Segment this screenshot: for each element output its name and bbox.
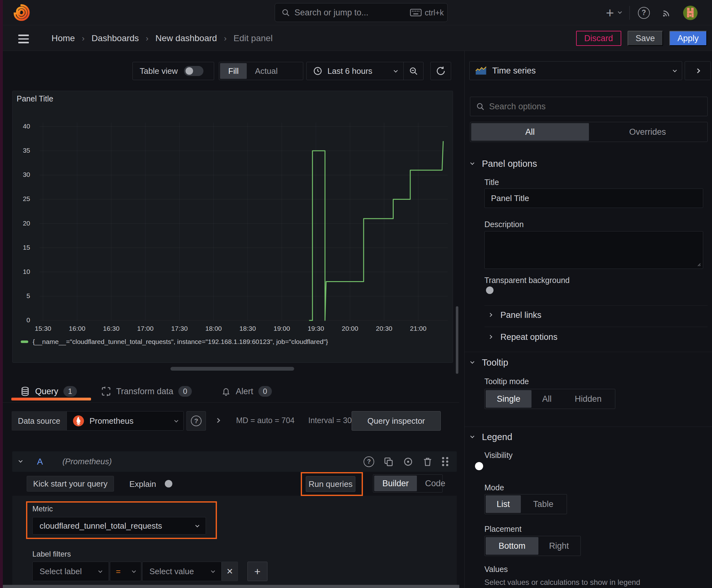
actual-option[interactable]: Actual [247, 63, 286, 79]
x-tick-label: 16:30 [94, 325, 128, 332]
tab-overrides[interactable]: Overrides [589, 123, 707, 141]
chevron-right-icon [488, 313, 492, 317]
options-search-input[interactable] [489, 102, 702, 111]
edit-actions: Discard Save Apply [576, 31, 712, 46]
drag-grip-icon[interactable] [442, 457, 444, 459]
bell-icon [221, 387, 231, 396]
prometheus-icon [72, 415, 84, 427]
tab-transform-data[interactable]: Transform data 0 [101, 381, 192, 402]
builder-option[interactable]: Builder [374, 476, 417, 491]
section-chevron-down-icon [470, 161, 474, 165]
max-data-points[interactable]: MD = auto = 704 [236, 416, 295, 425]
add-icon[interactable]: + [606, 5, 614, 21]
zoom-out-button[interactable] [404, 62, 423, 80]
tab-all[interactable]: All [471, 123, 589, 141]
x-tick-label: 19:00 [265, 325, 299, 332]
label-filters-label: Label filters [33, 550, 71, 559]
breadcrumb-dashboards[interactable]: Dashboards [91, 33, 139, 43]
add-filter-button[interactable]: + [247, 562, 267, 581]
section-chevron-down-icon [470, 360, 474, 364]
chevron-right-icon [488, 335, 492, 339]
global-search[interactable]: ctrl+k [275, 3, 448, 22]
collapse-pane-button[interactable] [685, 61, 711, 80]
panel-resize-handle[interactable] [170, 367, 294, 371]
datasource-picker[interactable]: Prometheus [67, 411, 184, 430]
query-collapse-chevron-down-icon[interactable] [19, 459, 23, 463]
query-options-chevron-right-icon[interactable] [215, 418, 220, 423]
repeat-options-section[interactable]: Repeat options [489, 332, 558, 342]
chart-panel[interactable]: Panel Title 0510152025303540 15:3016:001… [12, 91, 453, 363]
panel-options-header[interactable]: Panel options [471, 159, 537, 169]
save-button[interactable]: Save [628, 31, 663, 46]
fill-option[interactable]: Fill [220, 63, 247, 79]
legend-table-option[interactable]: Table [521, 495, 566, 513]
refresh-button[interactable] [430, 62, 451, 80]
duplicate-icon[interactable] [384, 457, 394, 467]
select-label-dropdown[interactable]: Select label [33, 562, 109, 581]
hide-response-eye-icon[interactable] [403, 457, 413, 467]
top-bar: ctrl+k + ? [0, 0, 712, 25]
select-value-dropdown[interactable]: Select value [142, 562, 222, 581]
panel-title-field[interactable] [484, 188, 703, 208]
discard-button[interactable]: Discard [576, 31, 621, 46]
grafana-logo-icon[interactable] [13, 4, 30, 21]
legend-header[interactable]: Legend [471, 432, 512, 442]
query-help-icon[interactable]: ? [364, 456, 374, 467]
query-row-actions: ? [364, 456, 444, 467]
kick-start-query-button[interactable]: Kick start your query [27, 476, 114, 491]
series-legend[interactable]: {__name__="cloudflared_tunnel_total_requ… [21, 338, 328, 345]
add-chevron-down-icon[interactable] [618, 10, 622, 14]
search-input[interactable] [295, 8, 406, 18]
vertical-scrollbar[interactable] [456, 306, 458, 374]
operator-dropdown[interactable]: = [110, 562, 141, 581]
breadcrumb-bar: Home › Dashboards › New dashboard › Edit… [0, 26, 712, 51]
time-range-picker[interactable]: Last 6 hours [307, 62, 404, 80]
query-inspector-button[interactable]: Query inspector [352, 411, 441, 430]
help-circle-icon: ? [191, 416, 201, 426]
datasource-value: Prometheus [89, 416, 133, 426]
user-avatar[interactable] [683, 6, 697, 20]
tooltip-single-option[interactable]: Single [486, 390, 532, 408]
tooltip-all-option[interactable]: All [532, 390, 562, 408]
tooltip-header[interactable]: Tooltip [471, 357, 508, 368]
fill-actual-switch: Fill Actual [219, 62, 303, 80]
options-search[interactable] [470, 97, 708, 116]
visualization-picker[interactable]: Time series [469, 61, 682, 80]
help-icon[interactable]: ? [638, 7, 650, 19]
x-tick-label: 17:00 [128, 325, 162, 332]
placement-right-option[interactable]: Right [538, 537, 580, 555]
panel-links-section[interactable]: Panel links [489, 310, 542, 320]
metric-select[interactable]: cloudflared_tunnel_total_requests [33, 517, 206, 534]
legend-list-option[interactable]: List [486, 495, 521, 513]
breadcrumb-home[interactable]: Home [51, 33, 75, 43]
interval-value[interactable]: Interval = 30s [308, 416, 356, 425]
table-view-toggle[interactable] [184, 66, 203, 76]
tooltip-mode-label: Tooltip mode [484, 377, 529, 386]
bottom-scrollbar[interactable] [0, 585, 459, 588]
tab-alert[interactable]: Alert 0 [221, 381, 272, 402]
query-row-header[interactable]: A (Prometheus) ? [12, 451, 457, 472]
tooltip-mode-switch: Single All Hidden [484, 389, 615, 409]
tooltip-hidden-option[interactable]: Hidden [562, 390, 614, 408]
repeat-options-label: Repeat options [500, 332, 558, 342]
breadcrumb-new-dashboard[interactable]: New dashboard [155, 33, 217, 43]
menu-icon[interactable] [18, 35, 29, 43]
resize-corner-icon[interactable] [696, 261, 701, 267]
visualization-chevron-down-icon [673, 68, 677, 72]
description-textarea[interactable] [484, 231, 703, 269]
panel-title-input[interactable] [485, 189, 703, 208]
builder-code-switch: Builder Code [373, 474, 443, 492]
panel-links-label: Panel links [500, 310, 542, 320]
code-option[interactable]: Code [417, 476, 454, 491]
delete-trash-icon[interactable] [423, 457, 433, 467]
placement-bottom-option[interactable]: Bottom [486, 537, 538, 555]
divider [484, 305, 708, 306]
remove-filter-button[interactable]: ✕ [222, 562, 238, 581]
query-ref-id: A [37, 457, 43, 467]
run-queries-button[interactable]: Run queries [306, 476, 355, 492]
news-rss-icon[interactable] [661, 7, 672, 19]
datasource-help-button[interactable]: ? [187, 411, 206, 430]
apply-button[interactable]: Apply [669, 31, 707, 46]
x-tick-label: 17:30 [163, 325, 196, 332]
x-tick-label: 21:00 [401, 325, 435, 332]
